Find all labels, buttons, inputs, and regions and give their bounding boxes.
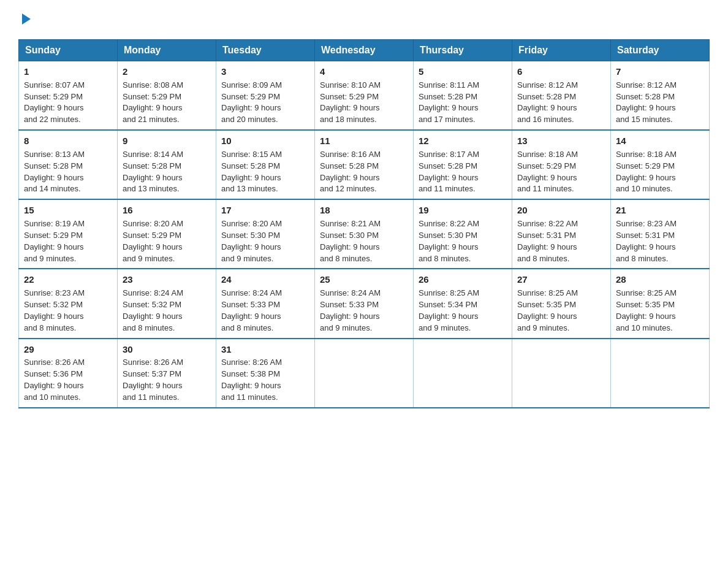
daylight-minutes: and 22 minutes.: [24, 115, 81, 124]
day-number: 25: [320, 273, 408, 286]
day-number: 24: [221, 273, 309, 286]
sunset-info: Sunset: 5:31 PM: [517, 231, 576, 240]
sunset-info: Sunset: 5:34 PM: [419, 300, 477, 309]
day-number: 1: [24, 65, 112, 79]
sunset-info: Sunset: 5:38 PM: [221, 369, 280, 378]
sunset-info: Sunset: 5:29 PM: [616, 161, 675, 170]
daylight-info: Daylight: 9 hours: [419, 242, 479, 251]
day-number: 19: [419, 204, 507, 217]
daylight-info: Daylight: 9 hours: [616, 242, 676, 251]
day-number: 10: [221, 134, 309, 148]
daylight-minutes: and 11 minutes.: [221, 393, 278, 402]
calendar-header-row: SundayMondayTuesdayWednesdayThursdayFrid…: [19, 40, 710, 61]
day-number: 14: [616, 134, 704, 148]
daylight-info: Daylight: 9 hours: [320, 103, 380, 112]
calendar-week-row: 29 Sunrise: 8:26 AM Sunset: 5:36 PM Dayl…: [19, 339, 710, 408]
calendar-cell: 7 Sunrise: 8:12 AM Sunset: 5:28 PM Dayli…: [611, 61, 710, 131]
daylight-minutes: and 9 minutes.: [123, 254, 175, 263]
logo-arrow-icon: [21, 12, 32, 26]
daylight-minutes: and 8 minutes.: [517, 254, 569, 263]
daylight-minutes: and 11 minutes.: [419, 184, 476, 193]
daylight-minutes: and 10 minutes.: [616, 184, 673, 193]
calendar-cell: 11 Sunrise: 8:16 AM Sunset: 5:28 PM Dayl…: [315, 130, 414, 199]
svg-marker-0: [22, 13, 31, 25]
day-number: 26: [419, 273, 507, 286]
day-number: 29: [24, 343, 112, 356]
day-number: 5: [419, 65, 507, 79]
day-of-week-header: Monday: [118, 40, 216, 61]
sunrise-info: Sunrise: 8:22 AM: [419, 219, 479, 228]
sunset-info: Sunset: 5:29 PM: [123, 92, 181, 101]
daylight-info: Daylight: 9 hours: [123, 103, 183, 112]
sunset-info: Sunset: 5:35 PM: [616, 300, 675, 309]
daylight-minutes: and 20 minutes.: [221, 115, 278, 124]
sunrise-info: Sunrise: 8:26 AM: [123, 358, 183, 367]
sunrise-info: Sunrise: 8:17 AM: [419, 150, 479, 159]
daylight-info: Daylight: 9 hours: [320, 312, 380, 321]
day-number: 4: [320, 65, 408, 79]
sunrise-info: Sunrise: 8:24 AM: [320, 288, 381, 297]
sunrise-info: Sunrise: 8:20 AM: [123, 219, 183, 228]
sunset-info: Sunset: 5:36 PM: [24, 369, 83, 378]
day-of-week-header: Tuesday: [216, 40, 315, 61]
day-of-week-header: Friday: [512, 40, 611, 61]
daylight-info: Daylight: 9 hours: [24, 242, 84, 251]
calendar-cell: [512, 339, 611, 408]
sunset-info: Sunset: 5:28 PM: [616, 92, 675, 101]
daylight-info: Daylight: 9 hours: [123, 242, 183, 251]
day-number: 6: [517, 65, 605, 79]
sunset-info: Sunset: 5:30 PM: [320, 231, 379, 240]
daylight-info: Daylight: 9 hours: [123, 312, 183, 321]
sunset-info: Sunset: 5:29 PM: [24, 231, 83, 240]
sunset-info: Sunset: 5:30 PM: [221, 231, 280, 240]
day-of-week-header: Wednesday: [315, 40, 414, 61]
sunrise-info: Sunrise: 8:15 AM: [221, 150, 282, 159]
day-number: 21: [616, 204, 704, 217]
day-number: 12: [419, 134, 507, 148]
day-number: 17: [221, 204, 309, 217]
day-number: 3: [221, 65, 309, 79]
daylight-info: Daylight: 9 hours: [320, 173, 380, 182]
logo: [18, 12, 32, 28]
sunrise-info: Sunrise: 8:09 AM: [221, 80, 282, 90]
day-number: 27: [517, 273, 605, 286]
calendar-cell: 8 Sunrise: 8:13 AM Sunset: 5:28 PM Dayli…: [19, 130, 118, 199]
sunrise-info: Sunrise: 8:23 AM: [24, 288, 85, 297]
sunset-info: Sunset: 5:33 PM: [320, 300, 379, 309]
daylight-info: Daylight: 9 hours: [24, 173, 84, 182]
daylight-minutes: and 11 minutes.: [123, 393, 180, 402]
sunrise-info: Sunrise: 8:10 AM: [320, 80, 381, 90]
daylight-minutes: and 9 minutes.: [419, 323, 471, 332]
daylight-minutes: and 8 minutes.: [320, 254, 372, 263]
sunrise-info: Sunrise: 8:12 AM: [517, 80, 578, 90]
daylight-info: Daylight: 9 hours: [419, 173, 479, 182]
day-number: 30: [123, 343, 211, 356]
calendar-cell: 2 Sunrise: 8:08 AM Sunset: 5:29 PM Dayli…: [118, 61, 216, 131]
daylight-info: Daylight: 9 hours: [221, 312, 281, 321]
daylight-minutes: and 12 minutes.: [320, 184, 377, 193]
sunset-info: Sunset: 5:35 PM: [517, 300, 576, 309]
calendar-week-row: 15 Sunrise: 8:19 AM Sunset: 5:29 PM Dayl…: [19, 199, 710, 269]
calendar-cell: 5 Sunrise: 8:11 AM Sunset: 5:28 PM Dayli…: [414, 61, 512, 131]
calendar-cell: 21 Sunrise: 8:23 AM Sunset: 5:31 PM Dayl…: [611, 199, 710, 269]
calendar-cell: 10 Sunrise: 8:15 AM Sunset: 5:28 PM Dayl…: [216, 130, 315, 199]
daylight-minutes: and 16 minutes.: [517, 115, 574, 124]
sunrise-info: Sunrise: 8:25 AM: [616, 288, 677, 297]
day-number: 9: [123, 134, 211, 148]
sunrise-info: Sunrise: 8:07 AM: [24, 80, 85, 90]
daylight-info: Daylight: 9 hours: [517, 103, 577, 112]
daylight-minutes: and 11 minutes.: [517, 184, 574, 193]
sunset-info: Sunset: 5:28 PM: [24, 161, 83, 170]
sunset-info: Sunset: 5:29 PM: [517, 161, 576, 170]
sunrise-info: Sunrise: 8:25 AM: [419, 288, 479, 297]
daylight-minutes: and 9 minutes.: [320, 323, 372, 332]
sunrise-info: Sunrise: 8:18 AM: [517, 150, 578, 159]
day-number: 20: [517, 204, 605, 217]
calendar-cell: 26 Sunrise: 8:25 AM Sunset: 5:34 PM Dayl…: [414, 269, 512, 338]
day-number: 23: [123, 273, 211, 286]
daylight-info: Daylight: 9 hours: [616, 312, 676, 321]
daylight-info: Daylight: 9 hours: [24, 312, 84, 321]
day-number: 22: [24, 273, 112, 286]
sunrise-info: Sunrise: 8:24 AM: [123, 288, 183, 297]
day-number: 7: [616, 65, 704, 79]
